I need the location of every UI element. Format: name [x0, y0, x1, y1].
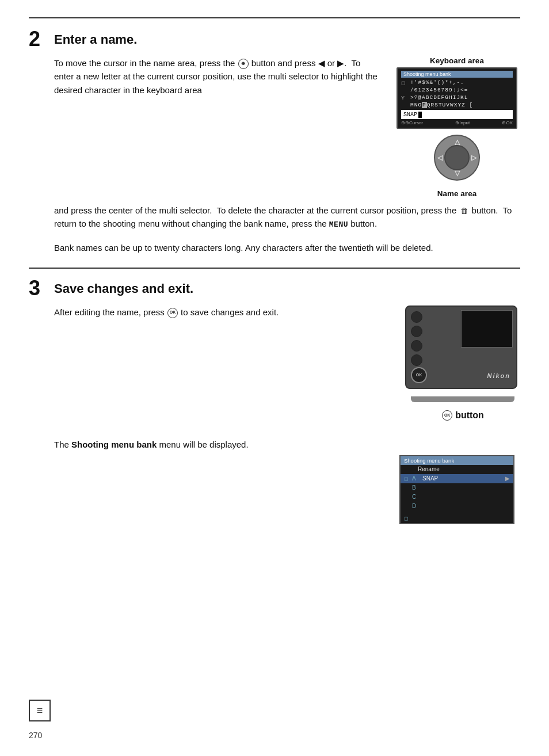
- ks-row1: ◻ !'#$%&'()*+,-.: [401, 79, 513, 86]
- section-2: 2 Enter a name. To move the cursor in th…: [29, 29, 520, 255]
- ks-title: Shooting menu bank: [401, 71, 513, 78]
- sms-rename-row: Rename: [401, 465, 513, 474]
- page-container: 2 Enter a name. To move the cursor in th…: [0, 0, 549, 553]
- ok-button[interactable]: OK: [411, 367, 427, 383]
- section2-body: To move the cursor in the name area, pre…: [54, 56, 520, 198]
- ok-button-label-row: OK button: [441, 410, 484, 421]
- ks-icon-1: ◻: [401, 80, 410, 86]
- ok-circle-label: OK: [442, 410, 452, 421]
- ks-bottom-input: ⊕Input: [455, 120, 470, 125]
- section-3: 3 Save changes and exit. After editing t…: [29, 278, 520, 524]
- ks-name-value: SNAP: [403, 112, 417, 118]
- section2-para1: To move the cursor in the name area, pre…: [54, 56, 382, 97]
- camera-body: Nikon OK: [405, 306, 517, 389]
- keyboard-screen: Shooting menu bank ◻ !'#$%&'()*+,-. /012…: [396, 67, 517, 129]
- menu-bold-label: MENU: [329, 220, 348, 229]
- multi-selector: △ ▽ ◁ ▷: [434, 135, 480, 181]
- section3-header: 3 Save changes and exit.: [29, 278, 520, 299]
- step-3-title: Save changes and exit.: [54, 278, 193, 296]
- cam-btn-4: [411, 354, 422, 366]
- ks-chars-3: >?@ABCDEFGHIJKL: [410, 94, 513, 101]
- cam-btn-3: [411, 340, 422, 352]
- sms-bank-row-d: D: [401, 502, 513, 511]
- ms-inner-button: [444, 145, 470, 170]
- ks-icon-3: Y: [401, 95, 410, 101]
- section3-menu-text: The Shooting menu bank menu will be disp…: [54, 438, 399, 451]
- name-area-label: Name area: [437, 189, 476, 198]
- sms-letter-b: B: [412, 484, 420, 491]
- section3-menu-row: The Shooting menu bank menu will be disp…: [54, 438, 520, 524]
- page-number: 270: [29, 731, 42, 740]
- section2-header: 2 Enter a name.: [29, 29, 520, 49]
- section2-text-col: To move the cursor in the name area, pre…: [54, 56, 382, 97]
- multi-selector-container: △ ▽ ◁ ▷: [434, 135, 480, 186]
- ks-cursor: [418, 112, 422, 118]
- ks-row3: Y >?@ABCDEFGHIJKL: [401, 94, 513, 101]
- or-text: or: [327, 58, 335, 68]
- section2-fullwidth-para: and press the center of the multi select…: [54, 204, 520, 231]
- multisel-icon: ⊕: [238, 59, 249, 69]
- book-icon-symbol: ≡: [37, 705, 43, 717]
- sms-arrow-a: ▶: [505, 475, 510, 482]
- shooting-menu-bold: Shooting menu bank: [71, 440, 157, 449]
- step-2-title: Enter a name.: [54, 29, 137, 47]
- sms-bottom-icon: ◻: [404, 516, 408, 521]
- sms-title: Shooting menu bank: [401, 456, 513, 465]
- camera-bottom-strip: [411, 396, 514, 402]
- sms-bank-row-c: C: [401, 492, 513, 502]
- sms-bottom-row: ◻: [401, 511, 513, 523]
- top-divider: [29, 17, 520, 18]
- cam-btn-2: [411, 326, 422, 337]
- shooting-menu-screen-container: Shooting menu bank Rename ◻ A SNAP ▶: [399, 438, 520, 524]
- sms-rename-label: Rename: [418, 466, 440, 472]
- ms-arrow-left: ◁: [437, 154, 443, 162]
- ms-arrow-right: ▷: [471, 154, 476, 162]
- bottom-left-book-icon: ≡: [29, 700, 51, 721]
- section3-para: After editing the name, press OK to save…: [54, 306, 388, 319]
- ks-chars-4: MNOPQRSTUVWXYZ [: [410, 102, 513, 108]
- camera-lcd: [461, 310, 513, 348]
- ks-row2: /0123456789:;<=: [401, 87, 513, 93]
- nikon-label: Nikon: [487, 372, 510, 379]
- section2-para2: and press the center of the multi select…: [54, 204, 520, 231]
- keyboard-area-label: Keyboard area: [430, 56, 484, 65]
- section2-bank-note: Bank names can be up to twenty character…: [54, 241, 520, 254]
- camera-left-buttons: [411, 311, 422, 366]
- sms-bank-row-a: ◻ A SNAP ▶: [401, 474, 513, 483]
- sms-letter-a: A: [412, 475, 420, 482]
- ks-bottom-bar: ⊕⊕Cursor ⊕Input ⊕OK: [401, 120, 513, 125]
- section2-right-col: Keyboard area Shooting menu bank ◻ !'#$%…: [394, 56, 520, 198]
- shooting-menu-para: The Shooting menu bank menu will be disp…: [54, 438, 399, 451]
- trash-icon: 🗑: [459, 206, 469, 216]
- ks-chars-2: /0123456789:;<=: [410, 87, 513, 93]
- section3-right-col: Nikon OK: [405, 306, 520, 421]
- section3-body: After editing the name, press OK to save…: [54, 306, 520, 421]
- ks-row4: MNOPQRSTUVWXYZ [: [401, 102, 513, 108]
- bank-note-para: Bank names can be up to twenty character…: [54, 241, 520, 254]
- ks-chars-1: !'#$%&'()*+,-.: [410, 79, 513, 86]
- sms-bank-row-b: B: [401, 483, 513, 492]
- cam-btn-1: [411, 311, 422, 323]
- ok-inline-icon: OK: [167, 308, 178, 318]
- ms-arrow-down: ▽: [455, 169, 460, 177]
- sms-icon-a: ◻: [404, 476, 412, 482]
- camera-back-container: Nikon OK: [405, 306, 520, 398]
- ks-bottom-cursor: ⊕⊕Cursor: [401, 120, 423, 125]
- ks-bottom-ok: ⊕OK: [502, 120, 513, 125]
- sms-letter-d: D: [412, 503, 420, 509]
- step-2-number: 2: [29, 29, 46, 49]
- sms-name-a: SNAP: [422, 475, 505, 482]
- ks-name-area: SNAP: [401, 110, 513, 119]
- shooting-menu-screen: Shooting menu bank Rename ◻ A SNAP ▶: [399, 455, 514, 524]
- ok-button-text: button: [455, 410, 484, 421]
- mid-divider: [29, 268, 520, 269]
- ms-outer-ring: △ ▽ ◁ ▷: [434, 135, 480, 181]
- sms-letter-c: C: [412, 494, 420, 500]
- step-3-number: 3: [29, 278, 46, 299]
- section3-text-col: After editing the name, press OK to save…: [54, 306, 388, 319]
